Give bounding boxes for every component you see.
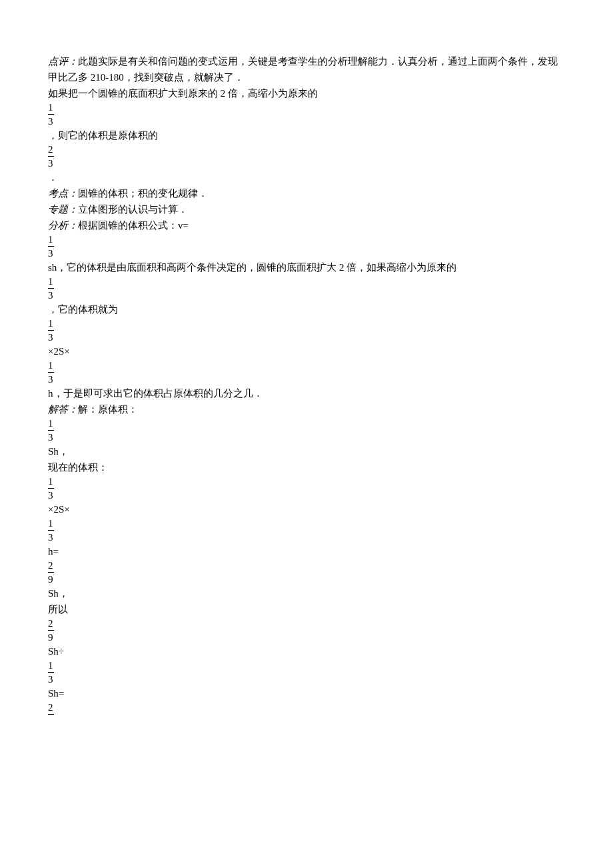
- fraction-denominator: 3: [48, 489, 565, 501]
- fraction-numerator: 2: [48, 701, 565, 713]
- text-line: Sh，: [48, 443, 565, 459]
- text-line: 所以: [48, 601, 565, 617]
- section-label: 点评：: [48, 56, 78, 67]
- text-line: ．: [48, 169, 565, 185]
- fraction: 13: [48, 275, 565, 301]
- fraction-bar: [48, 530, 54, 531]
- text-line: h=: [48, 543, 565, 559]
- fraction: 13: [48, 101, 565, 127]
- fraction-denominator: 3: [48, 289, 565, 301]
- text-line: sh，它的体积是由底面积和高两个条件决定的，圆锥的底面积扩大 2 倍，如果高缩小…: [48, 259, 565, 275]
- fraction-bar: [48, 430, 54, 431]
- fraction-bar: [48, 372, 54, 373]
- fraction-bar: [48, 488, 54, 489]
- fraction-numerator: 1: [48, 233, 565, 245]
- fraction-bar: [48, 330, 54, 331]
- fraction: 13: [48, 233, 565, 259]
- text-line: Sh=: [48, 685, 565, 701]
- text-line: Sh，: [48, 585, 565, 601]
- fraction-numerator: 1: [48, 101, 565, 113]
- body-text: 根据圆锥的体积公式：v=: [78, 220, 189, 231]
- text-line: ，它的体积就为: [48, 301, 565, 317]
- fraction: 23: [48, 143, 565, 169]
- fraction-denominator: 3: [48, 373, 565, 385]
- text-line: ×2S×: [48, 343, 565, 359]
- fraction-partial: 2: [48, 701, 565, 715]
- fraction-denominator: 3: [48, 431, 565, 443]
- fraction-denominator: 3: [48, 157, 565, 169]
- fraction: 29: [48, 617, 565, 643]
- text-line: 如果把一个圆锥的底面积扩大到原来的 2 倍，高缩小为原来的: [48, 85, 565, 101]
- fraction: 13: [48, 417, 565, 443]
- fraction-bar: [48, 630, 54, 631]
- text-line: ，则它的体积是原体积的: [48, 127, 565, 143]
- fraction-numerator: 1: [48, 317, 565, 329]
- text-line: 点评：此题实际是有关和倍问题的变式运用，关键是考查学生的分析理解能力．认真分析，…: [48, 53, 565, 85]
- fraction-numerator: 1: [48, 275, 565, 287]
- fraction-bar: [48, 672, 54, 673]
- fraction-numerator: 1: [48, 359, 565, 371]
- fraction-denominator: 3: [48, 115, 565, 127]
- body-text: 圆锥的体积；积的变化规律．: [78, 188, 208, 199]
- text-line: Sh÷: [48, 643, 565, 659]
- text-line: 专题：立体图形的认识与计算．: [48, 201, 565, 217]
- fraction-bar: [48, 246, 54, 247]
- text-line: ×2S×: [48, 501, 565, 517]
- fraction-numerator: 1: [48, 659, 565, 671]
- fraction-bar: [48, 714, 54, 715]
- fraction: 13: [48, 659, 565, 685]
- fraction-numerator: 2: [48, 143, 565, 155]
- fraction-bar: [48, 572, 54, 573]
- text-line: 分析：根据圆锥的体积公式：v=: [48, 217, 565, 233]
- text-line: 考点：圆锥的体积；积的变化规律．: [48, 185, 565, 201]
- fraction-denominator: 9: [48, 573, 565, 585]
- fraction-numerator: 1: [48, 417, 565, 429]
- fraction: 13: [48, 517, 565, 543]
- section-label: 解答：: [48, 404, 78, 415]
- fraction-denominator: 3: [48, 673, 565, 685]
- fraction: 13: [48, 317, 565, 343]
- fraction: 13: [48, 475, 565, 501]
- fraction: 13: [48, 359, 565, 385]
- fraction-bar: [48, 114, 54, 115]
- fraction-denominator: 3: [48, 247, 565, 259]
- section-label: 专题：: [48, 204, 78, 215]
- fraction-numerator: 1: [48, 517, 565, 529]
- fraction-bar: [48, 156, 54, 157]
- section-label: 考点：: [48, 188, 78, 199]
- fraction-bar: [48, 288, 54, 289]
- section-label: 分析：: [48, 220, 78, 231]
- fraction-denominator: 3: [48, 531, 565, 543]
- body-text: 解：原体积：: [78, 404, 138, 415]
- fraction-denominator: 9: [48, 631, 565, 643]
- fraction: 29: [48, 559, 565, 585]
- fraction-numerator: 1: [48, 475, 565, 487]
- text-line: 现在的体积：: [48, 459, 565, 475]
- fraction-denominator: 3: [48, 331, 565, 343]
- fraction-numerator: 2: [48, 617, 565, 629]
- text-line: h，于是即可求出它的体积占原体积的几分之几．: [48, 385, 565, 401]
- text-line: 解答：解：原体积：: [48, 401, 565, 417]
- body-text: 立体图形的认识与计算．: [78, 204, 188, 215]
- fraction-numerator: 2: [48, 559, 565, 571]
- body-text: 此题实际是有关和倍问题的变式运用，关键是考查学生的分析理解能力．认真分析，通过上…: [48, 56, 558, 83]
